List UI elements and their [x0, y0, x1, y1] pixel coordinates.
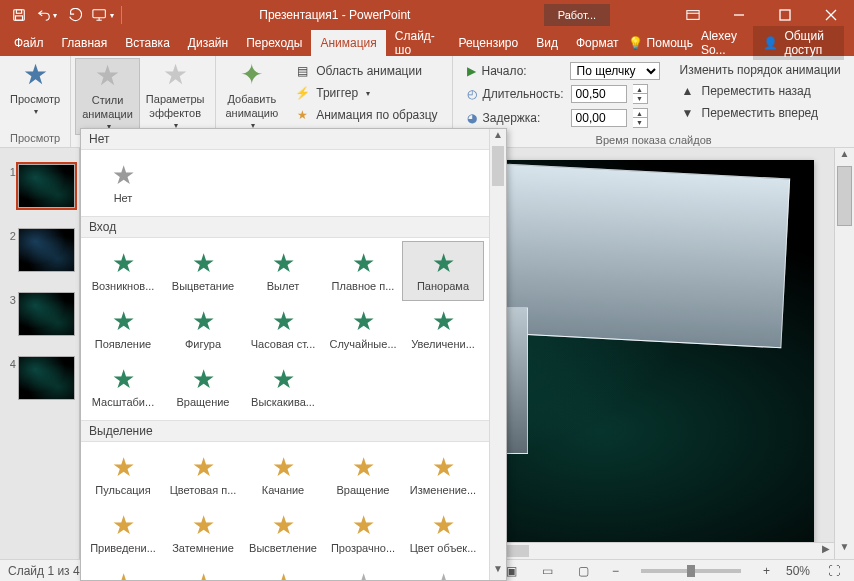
scroll-down-button[interactable]: ▼ [835, 541, 854, 559]
tab-home[interactable]: Главная [53, 30, 117, 56]
preview-button[interactable]: ★ Просмотр ▾ [4, 58, 66, 119]
gallery-item-emphasis[interactable]: ★Дополните... [83, 562, 163, 580]
tab-slideshow[interactable]: Слайд-шо [386, 30, 450, 56]
title-bar: ▾ ▾ Презентация1 - PowerPoint Работ... [0, 0, 854, 30]
gallery-item-entrance[interactable]: ★Масштаби... [83, 358, 163, 416]
undo-button[interactable]: ▾ [33, 0, 61, 30]
redo-button[interactable] [61, 0, 89, 30]
scroll-down-button[interactable]: ▼ [490, 563, 506, 580]
thumbnail-4[interactable]: 4 [4, 356, 75, 400]
scroll-up-button[interactable]: ▲ [835, 148, 854, 166]
slide-indicator[interactable]: Слайд 1 из 4 [8, 564, 80, 578]
star-icon: ★ [272, 570, 295, 580]
star-icon: ★ [432, 250, 455, 276]
gallery-item-emphasis[interactable]: ★Качание [243, 446, 323, 504]
gallery-item-emphasis[interactable]: ★Цвет текста [403, 562, 483, 580]
move-earlier-button[interactable]: ▲Переместить назад [676, 81, 845, 101]
zoom-out-button[interactable]: − [608, 564, 623, 578]
gallery-item-none[interactable]: ★Нет [83, 154, 163, 212]
contextual-tab-label[interactable]: Работ... [544, 4, 610, 26]
gallery-item-entrance[interactable]: ★Выцветание [163, 242, 243, 300]
reading-view-button[interactable]: ▭ [536, 561, 560, 581]
gallery-item-entrance[interactable]: ★Выскакива... [243, 358, 323, 416]
gallery-item-entrance[interactable]: ★Возникнов... [83, 242, 163, 300]
duration-spinner[interactable]: ▲▼ [633, 84, 648, 104]
gallery-item-emphasis[interactable]: ★Цвет объек... [403, 504, 483, 562]
tab-format[interactable]: Формат [567, 30, 628, 56]
quick-access-toolbar: ▾ ▾ [0, 0, 126, 30]
gallery-item-emphasis[interactable]: ★Цветовая п... [163, 446, 243, 504]
star-icon: ★ [23, 61, 48, 89]
gallery-item-emphasis[interactable]: ★Изменение... [403, 446, 483, 504]
fit-to-window-button[interactable]: ⛶ [822, 561, 846, 581]
gallery-item-entrance[interactable]: ★Случайные... [323, 300, 403, 358]
animation-painter-button[interactable]: ★Анимация по образцу [290, 105, 441, 125]
gallery-item-emphasis[interactable]: ★Затемнение [163, 504, 243, 562]
thumbnail-1[interactable]: 1★ [4, 164, 75, 208]
tab-animations[interactable]: Анимация [311, 30, 385, 56]
ribbon-options-button[interactable] [670, 0, 716, 30]
slideshow-view-button[interactable]: ▢ [572, 561, 596, 581]
window-title: Презентация1 - PowerPoint [126, 8, 544, 22]
account-name[interactable]: Alexey So... [701, 29, 745, 57]
tab-transitions[interactable]: Переходы [237, 30, 311, 56]
share-icon: 👤 [763, 36, 778, 50]
gallery-item-emphasis[interactable]: ★Пульсация [83, 446, 163, 504]
animation-pane-button[interactable]: ▤Область анимации [290, 61, 441, 81]
gallery-item-emphasis[interactable]: ★Высветление [243, 504, 323, 562]
star-icon: ★ [112, 162, 135, 188]
gallery-item-entrance[interactable]: ★Фигура [163, 300, 243, 358]
start-select[interactable]: По щелчку [570, 62, 660, 80]
gallery-item-entrance[interactable]: ★Вращение [163, 358, 243, 416]
scroll-thumb[interactable] [837, 166, 852, 226]
share-button[interactable]: 👤Общий доступ [753, 26, 844, 60]
zoom-in-button[interactable]: + [759, 564, 774, 578]
animation-styles-button[interactable]: ★ Стили анимации▾ [75, 58, 140, 135]
tab-review[interactable]: Рецензиро [449, 30, 527, 56]
gallery-scrollbar[interactable]: ▲ ▼ [489, 129, 506, 580]
gallery-item-emphasis[interactable]: ★Вращение [323, 446, 403, 504]
start-slideshow-button[interactable]: ▾ [89, 0, 117, 30]
delay-input[interactable] [571, 109, 627, 127]
star-icon: ★ [432, 454, 455, 480]
vertical-scrollbar[interactable]: ▲ ▼ [834, 148, 854, 559]
gallery-item-entrance[interactable]: ★Часовая ст... [243, 300, 323, 358]
tab-file[interactable]: Файл [0, 30, 53, 56]
scroll-right-button[interactable]: ▶ [817, 543, 834, 559]
scroll-thumb[interactable] [492, 146, 504, 186]
gallery-item-emphasis[interactable]: ★Цвет залив... [243, 562, 323, 580]
gallery-item-entrance[interactable]: ★Увеличени... [403, 300, 483, 358]
star-icon: ★ [192, 454, 215, 480]
gallery-item-emphasis[interactable]: ★Прозрачно... [323, 504, 403, 562]
trigger-button[interactable]: ⚡Триггер▾ [290, 83, 441, 103]
svg-rect-1 [16, 10, 21, 14]
zoom-level[interactable]: 50% [786, 564, 810, 578]
move-later-button[interactable]: ▼Переместить вперед [676, 103, 845, 123]
gallery-item-entrance[interactable]: ★Панорама [403, 242, 483, 300]
gallery-item-entrance[interactable]: ★Плавное п... [323, 242, 403, 300]
gallery-item-emphasis[interactable]: ★Приведени... [83, 504, 163, 562]
bulb-icon: 💡 [628, 36, 643, 50]
gallery-item-entrance[interactable]: ★Появление [83, 300, 163, 358]
zoom-slider[interactable] [641, 569, 741, 573]
gallery-item-emphasis[interactable]: ★Цвет линии [163, 562, 243, 580]
effect-options-button[interactable]: ★ Параметры эффектов▾ [140, 58, 211, 133]
tab-view[interactable]: Вид [527, 30, 567, 56]
star-icon: ★ [272, 366, 295, 392]
ribbon-tabs: Файл Главная Вставка Дизайн Переходы Ани… [0, 30, 854, 56]
delay-spinner[interactable]: ▲▼ [633, 108, 648, 128]
tab-insert[interactable]: Вставка [116, 30, 179, 56]
tell-me[interactable]: 💡Помощь [628, 36, 693, 50]
gallery-item-emphasis[interactable]: ★Перекраш... [323, 562, 403, 580]
add-animation-button[interactable]: ✦ Добавить анимацию▾ [220, 58, 285, 133]
thumbnail-3[interactable]: 3 [4, 292, 75, 336]
save-button[interactable] [5, 0, 33, 30]
thumbnail-2[interactable]: 2 [4, 228, 75, 272]
scroll-up-button[interactable]: ▲ [490, 129, 506, 146]
star-icon: ★ [352, 308, 375, 334]
star-icon: ★ [352, 454, 375, 480]
gallery-item-entrance[interactable]: ★Вылет [243, 242, 323, 300]
animation-gallery: Нет ★Нет Вход ★Возникнов...★Выцветание★В… [80, 128, 507, 581]
tab-design[interactable]: Дизайн [179, 30, 237, 56]
duration-input[interactable] [571, 85, 627, 103]
